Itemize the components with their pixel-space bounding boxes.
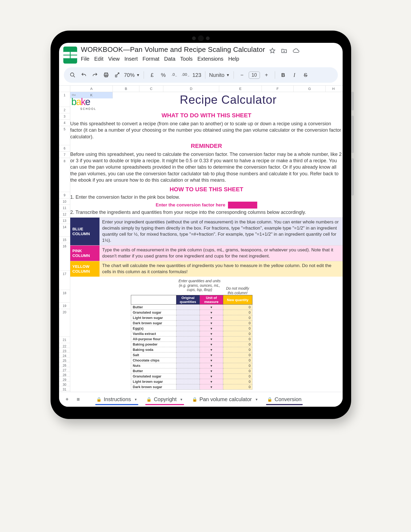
cell-ingredient[interactable]: Baking powder xyxy=(131,342,176,347)
paint-format-icon[interactable] xyxy=(113,70,122,80)
cell-unit[interactable]: ▼ xyxy=(200,368,223,374)
sheets-app-icon[interactable] xyxy=(63,47,77,64)
corner-cell[interactable] xyxy=(59,86,70,92)
grid[interactable]: ABCDEFGHIJK the bake SCHOOL Recipe Calcu… xyxy=(70,86,343,392)
strikethrough-button[interactable]: S xyxy=(301,70,310,80)
row-header[interactable]: 15 xyxy=(59,237,70,243)
cell-unit[interactable]: ▼ xyxy=(200,305,223,310)
cell-original-qty[interactable] xyxy=(176,331,200,336)
column-header[interactable]: E xyxy=(219,86,262,92)
table-row[interactable]: Vanilla extract▼0 xyxy=(131,331,252,336)
row-header[interactable]: 10 xyxy=(59,198,70,205)
increase-decimal-button[interactable]: .00→ xyxy=(181,70,190,80)
search-icon[interactable] xyxy=(68,70,77,80)
column-header[interactable]: D xyxy=(163,86,219,92)
cell-ingredient[interactable]: Vanilla extract xyxy=(131,331,176,336)
cell-original-qty[interactable] xyxy=(176,363,200,368)
row-header[interactable]: 21 xyxy=(59,337,70,343)
menu-help[interactable]: Help xyxy=(228,56,239,62)
table-row[interactable]: Butter▼0 xyxy=(131,305,252,310)
row-header[interactable]: 22 xyxy=(59,343,70,348)
cell-original-qty[interactable] xyxy=(176,384,200,390)
row-header[interactable]: 7 xyxy=(59,152,70,158)
cell-ingredient[interactable]: Egg(s) xyxy=(131,326,176,331)
table-row[interactable]: Granulated sugar▼0 xyxy=(131,374,252,379)
tab-instructions[interactable]: 🔒Instructions▼ xyxy=(93,394,140,405)
row-header[interactable]: 8 xyxy=(59,158,70,192)
table-row[interactable]: Granulated sugar▼0 xyxy=(131,310,252,315)
cell-original-qty[interactable] xyxy=(176,358,200,363)
row-header[interactable]: 19 xyxy=(59,303,70,309)
row-header[interactable]: 16 xyxy=(59,243,70,271)
menu-extensions[interactable]: Extensions xyxy=(197,56,223,62)
column-header[interactable]: H xyxy=(326,86,342,92)
cell-unit[interactable]: ▼ xyxy=(200,326,223,331)
cell-unit[interactable]: ▼ xyxy=(200,358,223,363)
tab-pan-volume[interactable]: 🔒Pan volume calculator▼ xyxy=(189,394,261,405)
cell-ingredient[interactable]: Baking soda xyxy=(131,347,176,352)
table-row[interactable]: Butter▼0 xyxy=(131,368,252,374)
table-row[interactable]: Light brown sugar▼0 xyxy=(131,379,252,384)
cell-ingredient[interactable]: Salt xyxy=(131,352,176,358)
table-row[interactable]: Salt▼0 xyxy=(131,352,252,358)
cell-unit[interactable]: ▼ xyxy=(200,342,223,347)
table-row[interactable]: Light brown sugar▼0 xyxy=(131,315,252,321)
undo-icon[interactable] xyxy=(79,70,88,80)
table-row[interactable]: Dark brown sugar▼0 xyxy=(131,384,252,390)
decrease-decimal-button[interactable]: .0← xyxy=(170,70,179,80)
cell-original-qty[interactable] xyxy=(176,374,200,379)
table-row[interactable]: Nuts▼0 xyxy=(131,363,252,368)
column-header[interactable]: A xyxy=(70,86,113,92)
cell-ingredient[interactable]: Dark brown sugar xyxy=(131,321,176,326)
column-header[interactable]: C xyxy=(139,86,163,92)
cell-unit[interactable]: ▼ xyxy=(200,347,223,352)
menu-file[interactable]: File xyxy=(81,56,89,62)
cell-unit[interactable]: ▼ xyxy=(200,315,223,321)
cell-ingredient[interactable]: Butter xyxy=(131,368,176,374)
row-header[interactable]: 6 xyxy=(59,145,70,152)
currency-button[interactable]: £ xyxy=(148,70,157,80)
menu-edit[interactable]: Edit xyxy=(94,56,103,62)
row-header[interactable]: 20 xyxy=(59,309,70,337)
redo-icon[interactable] xyxy=(90,70,99,80)
cell-ingredient[interactable]: Light brown sugar xyxy=(131,315,176,321)
column-header[interactable]: G xyxy=(294,86,326,92)
row-header[interactable]: 11 xyxy=(59,205,70,211)
italic-button[interactable]: I xyxy=(290,70,299,80)
chevron-down-icon[interactable]: ▼ xyxy=(255,398,258,401)
cell-original-qty[interactable] xyxy=(176,336,200,342)
cloud-status-icon[interactable] xyxy=(292,47,299,54)
table-row[interactable]: Chocolate chips▼0 xyxy=(131,358,252,363)
all-sheets-button[interactable]: ≡ xyxy=(74,396,82,402)
cell-unit[interactable]: ▼ xyxy=(200,321,223,326)
row-header[interactable]: 28 xyxy=(59,372,70,377)
row-header[interactable]: 17 xyxy=(59,271,70,290)
cell-ingredient[interactable]: Granulated sugar xyxy=(131,374,176,379)
cell-original-qty[interactable] xyxy=(176,347,200,352)
zoom-select[interactable]: 70%▼ xyxy=(124,72,140,78)
menu-format[interactable]: Format xyxy=(143,56,159,62)
row-header[interactable]: 4 xyxy=(59,120,70,126)
cell-original-qty[interactable] xyxy=(176,305,200,310)
cell-ingredient[interactable]: Nuts xyxy=(131,363,176,368)
row-header[interactable]: 12 xyxy=(59,211,70,218)
chevron-down-icon[interactable]: ▼ xyxy=(134,398,137,401)
cell-unit[interactable]: ▼ xyxy=(200,379,223,384)
cell-ingredient[interactable]: All-purpose flour xyxy=(131,336,176,342)
column-header[interactable]: B xyxy=(113,86,139,92)
font-size-increase[interactable]: + xyxy=(262,70,271,80)
tab-conversion[interactable]: 🔒Conversion xyxy=(264,394,305,405)
cell-unit[interactable]: ▼ xyxy=(200,336,223,342)
cell-original-qty[interactable] xyxy=(176,326,200,331)
cell-original-qty[interactable] xyxy=(176,352,200,358)
row-header[interactable]: 13 xyxy=(59,218,70,224)
cell-unit[interactable]: ▼ xyxy=(200,310,223,315)
column-header[interactable]: I xyxy=(342,86,343,92)
cell-ingredient[interactable]: Chocolate chips xyxy=(131,358,176,363)
cell-original-qty[interactable] xyxy=(176,368,200,374)
cell-ingredient[interactable]: Butter xyxy=(131,305,176,310)
cell-unit[interactable]: ▼ xyxy=(200,331,223,336)
doc-title[interactable]: WORKBOOK—Pan Volume and Recipe Scaling C… xyxy=(81,45,265,53)
row-header[interactable]: 9 xyxy=(59,192,70,198)
tab-copyright[interactable]: 🔒Copyright▼ xyxy=(143,394,186,405)
